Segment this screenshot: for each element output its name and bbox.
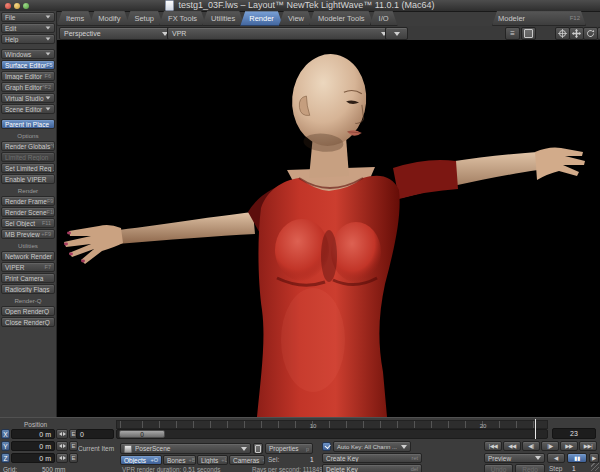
filter-objects-button[interactable]: Objects+O (120, 455, 162, 465)
viewport-options-dropdown[interactable] (385, 27, 408, 40)
sidebar-item-sel-object[interactable]: Sel ObjectF11 (1, 218, 55, 228)
tab-setup[interactable]: Setup (125, 11, 163, 26)
sidebar-item-render-frame[interactable]: Render FrameF9 (1, 196, 55, 206)
tab-fx-tools[interactable]: FX Tools (159, 11, 206, 26)
rotate-view-icon[interactable] (583, 27, 598, 40)
tab-modeler-tools[interactable]: Modeler Tools (309, 11, 374, 26)
selection-label: Sel: (268, 456, 279, 463)
zoom-window-button[interactable] (23, 3, 29, 9)
document-icon (165, 0, 174, 11)
y-envelope-button[interactable]: E (69, 441, 78, 451)
tab-modify[interactable]: Modify (89, 11, 129, 26)
create-key-button[interactable]: Create Keyret (322, 453, 422, 463)
view-type-dropdown[interactable]: Perspective (59, 27, 173, 40)
sidebar-item-scene-editor[interactable]: Scene Editor (1, 104, 55, 114)
switch-to-modeler-button[interactable]: Modeler F12 (492, 11, 586, 26)
window-title: testg1_03F.lws – Layout™ NewTek LightWav… (165, 0, 434, 11)
menu-windows[interactable]: Windows (1, 49, 55, 59)
go-last-frame-button[interactable]: ▶▶| (579, 441, 597, 451)
current-item-dropdown[interactable]: PoserScene (120, 443, 251, 454)
redo-button[interactable]: Redo (515, 464, 545, 472)
sidebar-item-parent-in-place[interactable]: Parent in Place (1, 119, 55, 129)
prev-frame-button[interactable]: ◀|| (522, 441, 540, 451)
tab-io[interactable]: I/O (370, 11, 398, 26)
main-tab-bar: Items Modify Setup FX Tools Utilities Re… (57, 11, 600, 26)
chevron-down-icon (46, 37, 51, 40)
menu-edit[interactable]: Edit (1, 23, 55, 33)
sidebar-item-virtual-studio[interactable]: Virtual Studio (1, 93, 55, 103)
x-position-field[interactable]: 0 m (11, 429, 55, 439)
properties-button[interactable]: Properties p (265, 443, 313, 454)
z-stepper[interactable] (56, 453, 68, 463)
y-position-field[interactable]: 0 m (11, 441, 55, 451)
sidebar-section-options: Options (1, 132, 55, 140)
sidebar-item-mb-preview[interactable]: MB Preview+F9 (1, 229, 55, 239)
viewport-layout-icon[interactable] (521, 27, 536, 40)
sidebar-item-enable-viper[interactable]: Enable VIPER (1, 174, 55, 184)
z-envelope-button[interactable]: E (69, 453, 78, 463)
auto-key-checkbox[interactable] (322, 442, 331, 451)
z-axis-badge[interactable]: Z (1, 453, 10, 463)
chevron-down-icon (46, 26, 51, 29)
frame-slider-track[interactable]: 0 (116, 429, 548, 439)
timeline-playhead[interactable] (535, 419, 536, 439)
sidebar-item-viper[interactable]: VIPERF7 (1, 262, 55, 272)
y-stepper[interactable] (56, 441, 68, 451)
sidebar-item-image-editor[interactable]: Image EditorF6 (1, 71, 55, 81)
viewport-3d-render[interactable] (57, 40, 600, 417)
prev-keyframe-button[interactable]: ◀◀ (503, 441, 521, 451)
filter-cameras-button[interactable]: Cameras+C (229, 455, 265, 465)
x-stepper[interactable] (56, 429, 68, 439)
sidebar-item-close-renderq[interactable]: Close RenderQ (1, 317, 55, 327)
play-forward-button[interactable]: ▶ (589, 453, 599, 463)
sidebar-item-open-renderq[interactable]: Open RenderQ (1, 306, 55, 316)
go-first-frame-button[interactable]: |◀◀ (484, 441, 502, 451)
step-value[interactable]: 1 (572, 465, 576, 472)
filter-bones-button[interactable]: Bones+B (163, 455, 196, 465)
menu-help[interactable]: Help (1, 34, 55, 44)
close-window-button[interactable] (5, 3, 11, 9)
position-mode-dropdown[interactable]: Position (24, 421, 47, 428)
sidebar-item-radiosity-flags[interactable]: Radiosity Flags (1, 284, 55, 294)
sidebar-item-network-render[interactable]: Network Render (1, 251, 55, 261)
auto-key-dropdown[interactable]: Auto Key: All Chann ... (333, 441, 411, 452)
sidebar-item-graph-editor[interactable]: Graph Editor^F2 (1, 82, 55, 92)
menu-file[interactable]: File (1, 12, 55, 22)
pan-view-icon[interactable] (569, 27, 584, 40)
next-keyframe-button[interactable]: ▶▶ (560, 441, 578, 451)
next-frame-button[interactable]: ||▶ (541, 441, 559, 451)
viewport-list-icon[interactable]: ≡ (505, 27, 520, 40)
play-reverse-button[interactable]: ◀ (547, 453, 565, 463)
render-figure (57, 40, 600, 417)
render-mode-dropdown[interactable]: VPR (167, 27, 392, 40)
sidebar-section-render: Render (1, 187, 55, 195)
pause-button[interactable]: ▮▮ (567, 453, 587, 463)
last-frame-field[interactable]: 23 (552, 428, 596, 439)
resize-grip[interactable] (591, 463, 599, 471)
tab-items[interactable]: Items (57, 11, 93, 26)
chevron-down-icon (535, 456, 541, 460)
sidebar-item-surface-editor[interactable]: Surface EditorF5 (1, 60, 55, 70)
z-position-field[interactable]: 0 m (11, 453, 55, 463)
object-item-icon (124, 445, 132, 453)
item-lock-button[interactable] (253, 443, 263, 454)
x-axis-badge[interactable]: X (1, 429, 10, 439)
minimize-window-button[interactable] (14, 3, 20, 9)
sidebar-item-print-camera[interactable]: Print Camera (1, 273, 55, 283)
y-axis-badge[interactable]: Y (1, 441, 10, 451)
undo-button[interactable]: Undo (484, 464, 513, 472)
sidebar-item-render-scene[interactable]: Render SceneF10 (1, 207, 55, 217)
frame-slider-handle[interactable]: 0 (119, 430, 165, 438)
tab-view[interactable]: View (279, 11, 313, 26)
filter-lights-button[interactable]: Lights+L (197, 455, 228, 465)
chevron-down-icon (241, 447, 247, 451)
sidebar-item-render-globals[interactable]: Render Globals^P (1, 141, 55, 151)
timeline-ruler[interactable]: 10 20 (116, 420, 548, 429)
tab-utilities[interactable]: Utilities (202, 11, 244, 26)
tab-render[interactable]: Render (240, 11, 283, 26)
current-frame-field[interactable]: 0 (76, 429, 114, 439)
sidebar-item-set-limited-region[interactable]: Set Limited Reg ... (1, 163, 55, 173)
delete-key-button[interactable]: Delete Keydel (322, 464, 422, 472)
center-view-icon[interactable] (555, 27, 570, 40)
preview-dropdown[interactable]: Preview (484, 453, 545, 463)
